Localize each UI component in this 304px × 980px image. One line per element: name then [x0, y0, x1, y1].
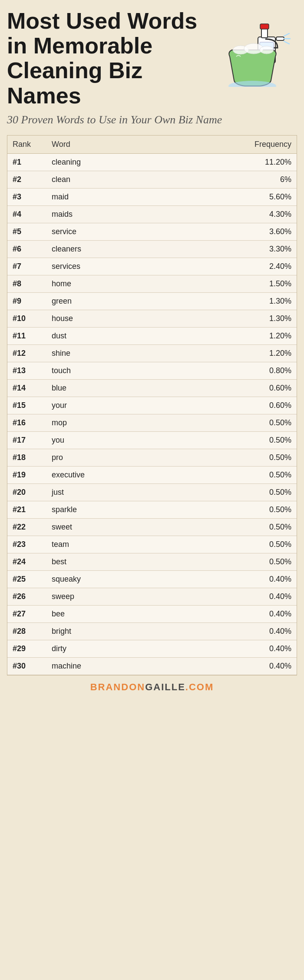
table-row: #1cleaning11.20%: [7, 153, 297, 171]
cell-frequency: 1.20%: [168, 344, 297, 362]
subtitle: 30 Proven Words to Use in Your Own Biz N…: [7, 113, 297, 127]
cell-frequency: 0.40%: [168, 640, 297, 657]
col-header-frequency: Frequency: [168, 136, 297, 154]
cell-word: home: [46, 275, 168, 292]
table-row: #25squeaky0.40%: [7, 570, 297, 588]
cell-rank: #12: [7, 344, 46, 362]
table-row: #28bright0.40%: [7, 622, 297, 640]
cell-frequency: 0.60%: [168, 397, 297, 414]
table-row: #5service3.60%: [7, 223, 297, 240]
cell-word: bee: [46, 605, 168, 622]
table-row: #22sweet0.50%: [7, 518, 297, 536]
table-row: #23team0.50%: [7, 536, 297, 553]
cell-frequency: 11.20%: [168, 153, 297, 171]
cell-rank: #17: [7, 431, 46, 449]
cell-word: machine: [46, 657, 168, 675]
table-row: #14blue0.60%: [7, 379, 297, 397]
cell-rank: #15: [7, 397, 46, 414]
cell-word: bright: [46, 622, 168, 640]
svg-line-5: [284, 41, 289, 44]
table-row: #13touch0.80%: [7, 362, 297, 379]
cell-rank: #11: [7, 327, 46, 344]
cell-frequency: 0.50%: [168, 501, 297, 518]
table-row: #27bee0.40%: [7, 605, 297, 622]
cell-word: mop: [46, 414, 168, 431]
cell-word: cleaning: [46, 153, 168, 171]
table-row: #12shine1.20%: [7, 344, 297, 362]
cell-word: house: [46, 310, 168, 327]
col-header-word: Word: [46, 136, 168, 154]
cell-frequency: 0.40%: [168, 570, 297, 588]
cell-rank: #14: [7, 379, 46, 397]
cell-word: sparkle: [46, 501, 168, 518]
cell-frequency: 3.60%: [168, 223, 297, 240]
svg-rect-2: [276, 37, 284, 40]
cell-frequency: 1.30%: [168, 292, 297, 310]
cell-rank: #9: [7, 292, 46, 310]
cell-frequency: 0.40%: [168, 605, 297, 622]
svg-point-10: [260, 46, 274, 54]
cell-rank: #13: [7, 362, 46, 379]
cell-word: shine: [46, 344, 168, 362]
cell-frequency: 1.30%: [168, 310, 297, 327]
cell-frequency: 0.50%: [168, 553, 297, 570]
cell-word: dust: [46, 327, 168, 344]
cell-rank: #1: [7, 153, 46, 171]
cell-frequency: 0.40%: [168, 622, 297, 640]
cell-frequency: 0.50%: [168, 466, 297, 483]
table-row: #6cleaners3.30%: [7, 240, 297, 258]
cell-rank: #16: [7, 414, 46, 431]
cell-frequency: 3.30%: [168, 240, 297, 258]
cell-rank: #22: [7, 518, 46, 536]
cell-frequency: 4.30%: [168, 205, 297, 223]
cell-frequency: 0.50%: [168, 536, 297, 553]
cell-rank: #21: [7, 501, 46, 518]
cell-frequency: 1.20%: [168, 327, 297, 344]
brand-brandon: BRANDON: [90, 682, 145, 692]
table-row: #9green1.30%: [7, 292, 297, 310]
cell-word: blue: [46, 379, 168, 397]
cell-frequency: 0.50%: [168, 414, 297, 431]
footer-brand: BRANDONGAILLE.COM: [7, 682, 297, 693]
cell-rank: #25: [7, 570, 46, 588]
table-row: #8home1.50%: [7, 275, 297, 292]
cell-frequency: 6%: [168, 171, 297, 188]
cell-rank: #6: [7, 240, 46, 258]
table-header-row: Rank Word Frequency: [7, 136, 297, 154]
table-row: #7services2.40%: [7, 258, 297, 275]
table-row: #17you0.50%: [7, 431, 297, 449]
cell-frequency: 0.40%: [168, 588, 297, 605]
cell-rank: #24: [7, 553, 46, 570]
table-row: #3maid5.60%: [7, 188, 297, 205]
cell-word: touch: [46, 362, 168, 379]
table-row: #2clean6%: [7, 171, 297, 188]
table-row: #29dirty0.40%: [7, 640, 297, 657]
table-row: #24best0.50%: [7, 553, 297, 570]
table-row: #11dust1.20%: [7, 327, 297, 344]
cleaning-illustration: [219, 13, 297, 87]
cleaning-svg: [223, 13, 293, 87]
cell-word: green: [46, 292, 168, 310]
cell-word: maids: [46, 205, 168, 223]
cell-frequency: 0.50%: [168, 449, 297, 466]
cell-frequency: 0.50%: [168, 431, 297, 449]
table-row: #16mop0.50%: [7, 414, 297, 431]
cell-frequency: 2.40%: [168, 258, 297, 275]
cell-frequency: 0.40%: [168, 657, 297, 675]
cell-word: maid: [46, 188, 168, 205]
cell-rank: #18: [7, 449, 46, 466]
cell-rank: #23: [7, 536, 46, 553]
cell-rank: #10: [7, 310, 46, 327]
main-title: Most Used Words in Memorable Cleaning Bi…: [7, 9, 219, 108]
cell-word: you: [46, 431, 168, 449]
page-container: Most Used Words in Memorable Cleaning Bi…: [0, 0, 304, 702]
cell-word: sweep: [46, 588, 168, 605]
table-row: #30machine0.40%: [7, 657, 297, 675]
title-block: Most Used Words in Memorable Cleaning Bi…: [7, 9, 219, 108]
col-header-rank: Rank: [7, 136, 46, 154]
cell-rank: #30: [7, 657, 46, 675]
table-row: #20just0.50%: [7, 483, 297, 501]
cell-word: squeaky: [46, 570, 168, 588]
cell-frequency: 0.50%: [168, 483, 297, 501]
table-row: #26sweep0.40%: [7, 588, 297, 605]
